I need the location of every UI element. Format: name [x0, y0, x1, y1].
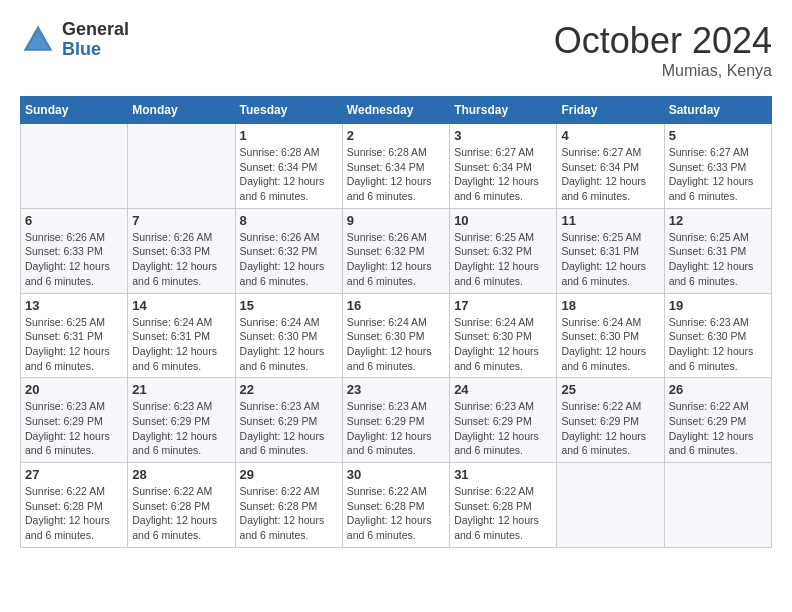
day-number: 18: [561, 298, 659, 313]
day-info: Sunrise: 6:23 AM Sunset: 6:29 PM Dayligh…: [132, 399, 230, 458]
day-number: 17: [454, 298, 552, 313]
header-tuesday: Tuesday: [235, 97, 342, 124]
day-number: 5: [669, 128, 767, 143]
calendar-cell: 27Sunrise: 6:22 AM Sunset: 6:28 PM Dayli…: [21, 463, 128, 548]
calendar-cell: 26Sunrise: 6:22 AM Sunset: 6:29 PM Dayli…: [664, 378, 771, 463]
day-info: Sunrise: 6:22 AM Sunset: 6:29 PM Dayligh…: [669, 399, 767, 458]
day-number: 4: [561, 128, 659, 143]
day-info: Sunrise: 6:27 AM Sunset: 6:34 PM Dayligh…: [561, 145, 659, 204]
calendar-cell: 5Sunrise: 6:27 AM Sunset: 6:33 PM Daylig…: [664, 124, 771, 209]
calendar-cell: 8Sunrise: 6:26 AM Sunset: 6:32 PM Daylig…: [235, 208, 342, 293]
calendar-cell: 19Sunrise: 6:23 AM Sunset: 6:30 PM Dayli…: [664, 293, 771, 378]
day-info: Sunrise: 6:22 AM Sunset: 6:28 PM Dayligh…: [240, 484, 338, 543]
calendar-cell: 13Sunrise: 6:25 AM Sunset: 6:31 PM Dayli…: [21, 293, 128, 378]
day-info: Sunrise: 6:27 AM Sunset: 6:33 PM Dayligh…: [669, 145, 767, 204]
week-row-2: 13Sunrise: 6:25 AM Sunset: 6:31 PM Dayli…: [21, 293, 772, 378]
calendar-cell: 15Sunrise: 6:24 AM Sunset: 6:30 PM Dayli…: [235, 293, 342, 378]
day-info: Sunrise: 6:24 AM Sunset: 6:31 PM Dayligh…: [132, 315, 230, 374]
calendar-cell: 28Sunrise: 6:22 AM Sunset: 6:28 PM Dayli…: [128, 463, 235, 548]
calendar-cell: 2Sunrise: 6:28 AM Sunset: 6:34 PM Daylig…: [342, 124, 449, 209]
day-info: Sunrise: 6:25 AM Sunset: 6:31 PM Dayligh…: [669, 230, 767, 289]
calendar-header-row: SundayMondayTuesdayWednesdayThursdayFrid…: [21, 97, 772, 124]
day-number: 11: [561, 213, 659, 228]
calendar-cell: [21, 124, 128, 209]
calendar-cell: 10Sunrise: 6:25 AM Sunset: 6:32 PM Dayli…: [450, 208, 557, 293]
calendar-cell: [557, 463, 664, 548]
header-friday: Friday: [557, 97, 664, 124]
day-number: 19: [669, 298, 767, 313]
day-info: Sunrise: 6:25 AM Sunset: 6:32 PM Dayligh…: [454, 230, 552, 289]
header-wednesday: Wednesday: [342, 97, 449, 124]
calendar-cell: 17Sunrise: 6:24 AM Sunset: 6:30 PM Dayli…: [450, 293, 557, 378]
day-number: 10: [454, 213, 552, 228]
calendar-cell: 9Sunrise: 6:26 AM Sunset: 6:32 PM Daylig…: [342, 208, 449, 293]
day-info: Sunrise: 6:26 AM Sunset: 6:33 PM Dayligh…: [25, 230, 123, 289]
day-number: 25: [561, 382, 659, 397]
calendar-cell: 11Sunrise: 6:25 AM Sunset: 6:31 PM Dayli…: [557, 208, 664, 293]
day-number: 14: [132, 298, 230, 313]
calendar-cell: 18Sunrise: 6:24 AM Sunset: 6:30 PM Dayli…: [557, 293, 664, 378]
calendar-cell: 12Sunrise: 6:25 AM Sunset: 6:31 PM Dayli…: [664, 208, 771, 293]
day-info: Sunrise: 6:26 AM Sunset: 6:33 PM Dayligh…: [132, 230, 230, 289]
logo-icon: [20, 22, 56, 58]
day-number: 12: [669, 213, 767, 228]
day-info: Sunrise: 6:23 AM Sunset: 6:30 PM Dayligh…: [669, 315, 767, 374]
day-number: 9: [347, 213, 445, 228]
day-number: 26: [669, 382, 767, 397]
calendar-cell: 1Sunrise: 6:28 AM Sunset: 6:34 PM Daylig…: [235, 124, 342, 209]
day-info: Sunrise: 6:23 AM Sunset: 6:29 PM Dayligh…: [240, 399, 338, 458]
header-monday: Monday: [128, 97, 235, 124]
day-number: 20: [25, 382, 123, 397]
logo: General Blue: [20, 20, 129, 60]
title-block: October 2024 Mumias, Kenya: [554, 20, 772, 80]
day-number: 13: [25, 298, 123, 313]
day-info: Sunrise: 6:25 AM Sunset: 6:31 PM Dayligh…: [561, 230, 659, 289]
calendar-table: SundayMondayTuesdayWednesdayThursdayFrid…: [20, 96, 772, 548]
day-number: 7: [132, 213, 230, 228]
logo-general: General: [62, 19, 129, 39]
day-number: 27: [25, 467, 123, 482]
day-info: Sunrise: 6:24 AM Sunset: 6:30 PM Dayligh…: [561, 315, 659, 374]
calendar-cell: 31Sunrise: 6:22 AM Sunset: 6:28 PM Dayli…: [450, 463, 557, 548]
day-number: 30: [347, 467, 445, 482]
day-info: Sunrise: 6:22 AM Sunset: 6:29 PM Dayligh…: [561, 399, 659, 458]
header-thursday: Thursday: [450, 97, 557, 124]
calendar-cell: 20Sunrise: 6:23 AM Sunset: 6:29 PM Dayli…: [21, 378, 128, 463]
calendar-cell: 7Sunrise: 6:26 AM Sunset: 6:33 PM Daylig…: [128, 208, 235, 293]
calendar-cell: 29Sunrise: 6:22 AM Sunset: 6:28 PM Dayli…: [235, 463, 342, 548]
day-number: 31: [454, 467, 552, 482]
day-number: 24: [454, 382, 552, 397]
day-info: Sunrise: 6:24 AM Sunset: 6:30 PM Dayligh…: [454, 315, 552, 374]
calendar-cell: 24Sunrise: 6:23 AM Sunset: 6:29 PM Dayli…: [450, 378, 557, 463]
day-info: Sunrise: 6:22 AM Sunset: 6:28 PM Dayligh…: [25, 484, 123, 543]
day-info: Sunrise: 6:22 AM Sunset: 6:28 PM Dayligh…: [347, 484, 445, 543]
calendar-cell: 16Sunrise: 6:24 AM Sunset: 6:30 PM Dayli…: [342, 293, 449, 378]
logo-text: General Blue: [62, 20, 129, 60]
location: Mumias, Kenya: [554, 62, 772, 80]
day-info: Sunrise: 6:23 AM Sunset: 6:29 PM Dayligh…: [454, 399, 552, 458]
day-info: Sunrise: 6:24 AM Sunset: 6:30 PM Dayligh…: [240, 315, 338, 374]
day-number: 8: [240, 213, 338, 228]
calendar-cell: 3Sunrise: 6:27 AM Sunset: 6:34 PM Daylig…: [450, 124, 557, 209]
day-info: Sunrise: 6:22 AM Sunset: 6:28 PM Dayligh…: [132, 484, 230, 543]
calendar-cell: 23Sunrise: 6:23 AM Sunset: 6:29 PM Dayli…: [342, 378, 449, 463]
day-info: Sunrise: 6:26 AM Sunset: 6:32 PM Dayligh…: [347, 230, 445, 289]
calendar-cell: 22Sunrise: 6:23 AM Sunset: 6:29 PM Dayli…: [235, 378, 342, 463]
header-saturday: Saturday: [664, 97, 771, 124]
day-info: Sunrise: 6:26 AM Sunset: 6:32 PM Dayligh…: [240, 230, 338, 289]
day-info: Sunrise: 6:24 AM Sunset: 6:30 PM Dayligh…: [347, 315, 445, 374]
week-row-3: 20Sunrise: 6:23 AM Sunset: 6:29 PM Dayli…: [21, 378, 772, 463]
day-number: 3: [454, 128, 552, 143]
page-header: General Blue October 2024 Mumias, Kenya: [20, 20, 772, 80]
calendar-cell: 6Sunrise: 6:26 AM Sunset: 6:33 PM Daylig…: [21, 208, 128, 293]
calendar-cell: [664, 463, 771, 548]
day-number: 16: [347, 298, 445, 313]
day-number: 2: [347, 128, 445, 143]
day-info: Sunrise: 6:28 AM Sunset: 6:34 PM Dayligh…: [240, 145, 338, 204]
day-number: 28: [132, 467, 230, 482]
week-row-1: 6Sunrise: 6:26 AM Sunset: 6:33 PM Daylig…: [21, 208, 772, 293]
month-title: October 2024: [554, 20, 772, 62]
day-number: 6: [25, 213, 123, 228]
calendar-cell: 25Sunrise: 6:22 AM Sunset: 6:29 PM Dayli…: [557, 378, 664, 463]
day-info: Sunrise: 6:25 AM Sunset: 6:31 PM Dayligh…: [25, 315, 123, 374]
